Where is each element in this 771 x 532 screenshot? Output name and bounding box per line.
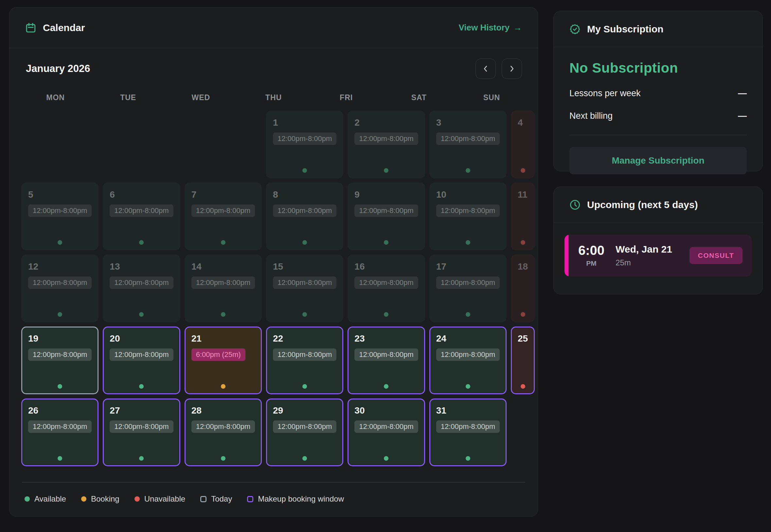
subscription-status: No Subscription <box>569 60 747 76</box>
time-slot-pill: 12:00pm-8:00pm <box>28 204 92 217</box>
time-slot-pill: 12:00pm-8:00pm <box>436 204 500 217</box>
status-dot <box>302 168 307 173</box>
status-dot <box>521 384 525 389</box>
time-slot-pill: 12:00pm-8:00pm <box>436 133 500 145</box>
status-dot <box>58 384 62 389</box>
day-cell[interactable]: 3012:00pm-8:00pm <box>348 399 425 466</box>
day-number: 5 <box>28 189 92 200</box>
day-header: TUE <box>94 93 162 102</box>
day-cell[interactable]: 216:00pm (25m) <box>185 327 262 394</box>
day-cell[interactable]: 1412:00pm-8:00pm <box>185 255 262 322</box>
legend-swatch <box>200 496 206 502</box>
day-header: WED <box>167 93 235 102</box>
upcoming-header: Upcoming (next 5 days) <box>554 187 762 223</box>
row-value: — <box>738 111 747 121</box>
empty-day-cell <box>511 399 535 466</box>
subscription-row: Lessons per week — <box>569 88 747 98</box>
day-cell[interactable]: 2212:00pm-8:00pm <box>266 327 343 394</box>
day-cell[interactable]: 112:00pm-8:00pm <box>266 111 343 178</box>
day-cell[interactable]: 2312:00pm-8:00pm <box>348 327 425 394</box>
view-history-link[interactable]: View History → <box>458 23 522 33</box>
day-cell[interactable]: 2412:00pm-8:00pm <box>429 327 507 394</box>
day-cell[interactable]: 1512:00pm-8:00pm <box>266 255 343 322</box>
legend-swatch <box>134 496 140 502</box>
day-cell[interactable]: 812:00pm-8:00pm <box>266 183 343 250</box>
day-cell[interactable]: 312:00pm-8:00pm <box>429 111 507 178</box>
day-header: SUN <box>457 93 526 102</box>
subscription-card: My Subscription No Subscription Lessons … <box>553 11 763 171</box>
event-duration: 25m <box>616 258 672 267</box>
legend-label: Unavailable <box>144 494 185 504</box>
day-number: 11 <box>518 189 528 200</box>
legend-swatch <box>81 496 86 502</box>
time-slot-pill: 12:00pm-8:00pm <box>28 348 92 361</box>
status-dot <box>58 240 62 245</box>
status-dot <box>221 240 225 245</box>
status-dot <box>302 240 307 245</box>
status-dot <box>384 312 388 317</box>
day-number: 26 <box>28 405 92 416</box>
day-cell[interactable]: 2712:00pm-8:00pm <box>103 399 180 466</box>
status-dot <box>521 312 525 317</box>
status-dot <box>384 240 388 245</box>
day-number: 31 <box>436 405 500 416</box>
status-dot <box>466 312 470 317</box>
status-dot <box>58 456 62 461</box>
status-dot <box>521 240 525 245</box>
day-cell[interactable]: 512:00pm-8:00pm <box>21 183 99 250</box>
day-cell[interactable]: 1012:00pm-8:00pm <box>429 183 507 250</box>
day-number: 10 <box>436 189 500 200</box>
day-cell[interactable]: 18 <box>511 255 535 322</box>
time-slot-pill: 12:00pm-8:00pm <box>354 133 418 145</box>
event-accent-bar <box>565 235 568 276</box>
day-cell[interactable]: 25 <box>511 327 535 394</box>
time-slot-pill: 12:00pm-8:00pm <box>354 420 418 433</box>
manage-subscription-button[interactable]: Manage Subscription <box>569 147 747 174</box>
upcoming-event[interactable]: 6:00 PM Wed, Jan 21 25m CONSULT <box>565 235 752 276</box>
time-slot-pill: 12:00pm-8:00pm <box>436 276 500 289</box>
status-dot <box>384 384 388 389</box>
day-cell[interactable]: 612:00pm-8:00pm <box>103 183 180 250</box>
day-cell[interactable]: 712:00pm-8:00pm <box>185 183 262 250</box>
day-cell[interactable]: 1312:00pm-8:00pm <box>103 255 180 322</box>
prev-month-button[interactable] <box>475 59 496 79</box>
day-cell[interactable]: 1912:00pm-8:00pm <box>21 327 99 394</box>
day-cell[interactable]: 1212:00pm-8:00pm <box>21 255 99 322</box>
row-value: — <box>738 88 747 98</box>
row-label: Lessons per week <box>569 88 641 98</box>
day-header: MON <box>21 93 90 102</box>
day-cell[interactable]: 2012:00pm-8:00pm <box>103 327 180 394</box>
day-number: 13 <box>110 261 173 272</box>
subscription-header: My Subscription <box>554 11 762 47</box>
event-date: Wed, Jan 21 <box>616 244 672 255</box>
day-cell[interactable]: 1712:00pm-8:00pm <box>429 255 507 322</box>
day-number: 1 <box>273 117 336 128</box>
day-cell[interactable]: 912:00pm-8:00pm <box>348 183 425 250</box>
day-cell[interactable]: 11 <box>511 183 535 250</box>
day-cell[interactable]: 1612:00pm-8:00pm <box>348 255 425 322</box>
day-cell[interactable]: 4 <box>511 111 535 178</box>
status-dot <box>221 456 225 461</box>
day-cell[interactable]: 3112:00pm-8:00pm <box>429 399 507 466</box>
chevron-right-icon <box>508 64 516 73</box>
next-month-button[interactable] <box>502 59 522 79</box>
time-slot-pill: 12:00pm-8:00pm <box>354 276 418 289</box>
day-cell[interactable]: 2812:00pm-8:00pm <box>185 399 262 466</box>
day-cell[interactable]: 2912:00pm-8:00pm <box>266 399 343 466</box>
day-number: 25 <box>518 333 528 344</box>
day-headers: MONTUEWEDTHUFRISATSUN <box>21 93 526 102</box>
day-cell[interactable]: 212:00pm-8:00pm <box>348 111 425 178</box>
status-dot <box>139 384 144 389</box>
day-number: 9 <box>354 189 418 200</box>
arrow-right-icon: → <box>513 23 522 33</box>
day-number: 7 <box>191 189 255 200</box>
legend-label: Booking <box>91 494 119 504</box>
time-slot-pill: 12:00pm-8:00pm <box>273 420 336 433</box>
day-number: 17 <box>436 261 500 272</box>
calendar-header: Calendar View History → <box>9 8 538 48</box>
status-dot <box>466 456 470 461</box>
status-dot <box>139 312 144 317</box>
day-number: 12 <box>28 261 92 272</box>
calendar-title: Calendar <box>43 22 85 33</box>
day-cell[interactable]: 2612:00pm-8:00pm <box>21 399 99 466</box>
